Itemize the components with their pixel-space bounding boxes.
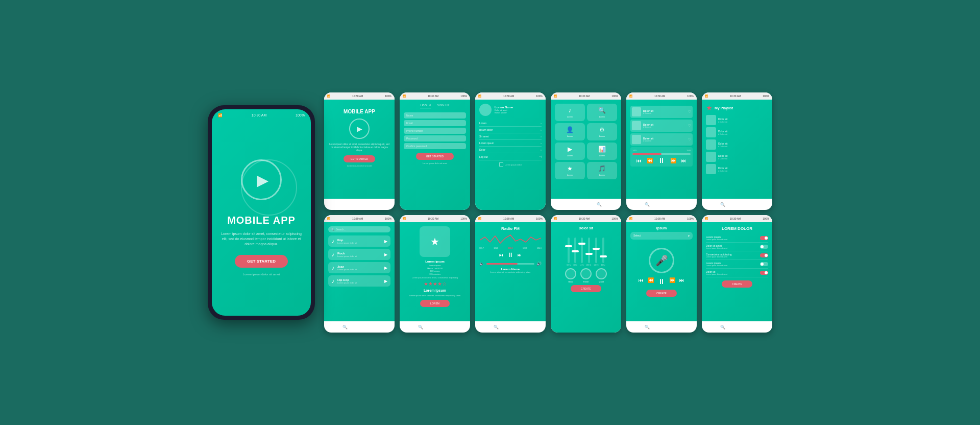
- s6-nav-home[interactable]: ⌂: [707, 202, 710, 207]
- s12-nav-music[interactable]: ♪: [736, 325, 738, 329]
- s11-rewind-btn[interactable]: ⏪: [648, 277, 654, 286]
- s9-play-pause[interactable]: ⏸: [507, 251, 513, 258]
- s7-rock[interactable]: ♪ Rock Lorem ipsum dolor sit ▶: [328, 249, 390, 260]
- s2-get-started-btn[interactable]: GET STARTED: [416, 153, 454, 160]
- s5-seek-bar[interactable]: [632, 153, 691, 155]
- s6-item-5[interactable]: Dolor sit 4 Dolor sit: [706, 164, 768, 174]
- s6-item-4[interactable]: Dolor sit 4 Dolor sit: [706, 152, 768, 162]
- s5-heart-2[interactable]: ♡: [688, 124, 691, 128]
- s7-nav-list[interactable]: ☰: [371, 325, 375, 329]
- s11-nav-music[interactable]: ♪: [660, 325, 663, 329]
- s9-nav-list[interactable]: ☰: [522, 325, 526, 329]
- s11-create-btn[interactable]: CREATE: [646, 290, 677, 297]
- s5-nav-home[interactable]: ⌂: [632, 202, 634, 207]
- s2-phone-input[interactable]: [404, 128, 466, 134]
- s5-prev-btn[interactable]: ⏮: [636, 158, 642, 163]
- s10-create-btn[interactable]: CREATE: [571, 285, 601, 292]
- s12-toggle-1[interactable]: [760, 236, 768, 240]
- s5-nav-music[interactable]: ♪: [660, 202, 663, 207]
- s9-nav-settings[interactable]: ⚙: [536, 325, 540, 329]
- s2-signup-tab[interactable]: SIGN UP: [437, 104, 450, 108]
- s2-name-input[interactable]: [404, 112, 466, 119]
- s2-confirm-input[interactable]: [404, 143, 466, 149]
- s1-play-icon[interactable]: [349, 119, 370, 139]
- s4-star[interactable]: ★ Lorem: [555, 162, 585, 179]
- s12-create-btn[interactable]: CREATE: [722, 280, 752, 288]
- s4-search[interactable]: 🔍 Lorem: [587, 104, 617, 121]
- s9-volume-track[interactable]: [486, 263, 534, 265]
- s5-rewind-btn[interactable]: ⏪: [647, 158, 653, 163]
- s7-jazz-play[interactable]: ▶: [384, 266, 387, 270]
- s7-hiphop-play[interactable]: ▶: [384, 279, 387, 284]
- s2-email-input[interactable]: [404, 120, 466, 126]
- s7-rock-play[interactable]: ▶: [384, 252, 387, 257]
- s4-music[interactable]: ♪ Lorem: [555, 104, 585, 121]
- s3-menu-1[interactable]: Lorem ›: [479, 120, 542, 127]
- s6-item-3[interactable]: Dolor sit 4 Dolor sit: [706, 139, 768, 150]
- s10-track-4[interactable]: [588, 238, 590, 263]
- s6-item-2[interactable]: Dolor sit 4 Dolor sit: [706, 127, 768, 137]
- s4-note[interactable]: 🎵 Lorem: [587, 162, 617, 179]
- s9-nav-home[interactable]: ⌂: [481, 325, 483, 329]
- s4-nav-music[interactable]: ♪: [570, 202, 572, 207]
- s6-item-1[interactable]: Dolor sit 4 Dolor sit: [706, 115, 768, 125]
- s4-nav-list[interactable]: ☰: [582, 202, 586, 207]
- s9-next[interactable]: ⏭: [518, 253, 522, 257]
- s5-pause-btn[interactable]: ⏸: [658, 156, 665, 164]
- s7-jazz[interactable]: ♪ Jazz Lorem ipsum dolor sit ▶: [328, 262, 390, 273]
- s12-toggle-5[interactable]: [760, 271, 768, 275]
- s4-user[interactable]: 👤 Lorem: [555, 123, 585, 140]
- s3-menu-5[interactable]: Dolor ›: [479, 147, 542, 153]
- s6-nav-settings[interactable]: ⚙: [763, 202, 767, 207]
- s7-search-bar[interactable]: 🔍 Search...: [328, 226, 390, 232]
- s9-nav-music[interactable]: ♪: [509, 325, 511, 329]
- s2-password-input[interactable]: [404, 135, 466, 141]
- s7-nav-settings[interactable]: ⚙: [385, 325, 389, 329]
- s3-menu-3[interactable]: Sit amet ›: [479, 133, 542, 140]
- s5-heart-3[interactable]: ♡: [688, 137, 691, 141]
- s4-chart[interactable]: 📊 Lorem: [587, 143, 617, 160]
- s11-forward-btn[interactable]: ⏩: [669, 277, 675, 286]
- s9-prev[interactable]: ⏮: [499, 253, 503, 257]
- s7-nav-music[interactable]: ♪: [358, 325, 360, 329]
- s2-login-tab[interactable]: LOG IN: [420, 104, 430, 108]
- s5-nav-search[interactable]: 🔍: [645, 202, 650, 207]
- s10-track-5[interactable]: [595, 238, 597, 263]
- s10-knob-treble-dial[interactable]: [580, 268, 592, 279]
- s10-knob-vocal-dial[interactable]: [596, 268, 607, 279]
- s5-item-3[interactable]: Dolor sit 4 Dolor sit ♡: [630, 133, 693, 146]
- s10-track-2[interactable]: [574, 238, 576, 263]
- s11-prev-btn[interactable]: ⏮: [639, 277, 644, 286]
- s6-nav-list[interactable]: ☰: [749, 202, 752, 207]
- s12-nav-list[interactable]: ☰: [749, 325, 752, 329]
- nav-music[interactable]: ♪: [358, 202, 360, 207]
- s3-menu-4[interactable]: Lorem ipsum ›: [479, 140, 542, 147]
- s3-logout[interactable]: Log out ⊣: [479, 153, 542, 160]
- nav-settings[interactable]: ⚙: [385, 202, 389, 207]
- s9-vol-up-icon[interactable]: 🔊: [536, 262, 542, 266]
- s11-mic-circle[interactable]: 🎤: [649, 248, 674, 273]
- s12-nav-search[interactable]: 🔍: [720, 325, 725, 329]
- s11-pause-btn[interactable]: ⏸: [658, 277, 665, 286]
- s9-vol-icon[interactable]: 🔈: [479, 262, 484, 266]
- s7-nav-home[interactable]: ⌂: [330, 325, 332, 329]
- s6-nav-music[interactable]: ♪: [736, 202, 738, 207]
- s12-toggle-4[interactable]: [760, 262, 768, 266]
- s10-knob-bass-dial[interactable]: [565, 268, 576, 279]
- s7-pop[interactable]: ♪ Pop Lorem ipsum dolor sit ▶: [328, 235, 390, 247]
- s4-settings[interactable]: ⚙ Lorem: [587, 123, 617, 140]
- s8-lorem-btn[interactable]: LOREM: [420, 300, 450, 307]
- s5-nav-settings[interactable]: ⚙: [688, 202, 691, 207]
- s3-menu-2[interactable]: Ipsum dolor ›: [479, 127, 542, 133]
- s1-get-started[interactable]: GET STARTED: [344, 155, 375, 162]
- s10-track-1[interactable]: [568, 238, 570, 263]
- s5-nav-list[interactable]: ☰: [673, 202, 677, 207]
- s12-nav-settings[interactable]: ⚙: [763, 325, 767, 329]
- s7-hiphop[interactable]: ♪ Hip Hop Lorem ipsum dolor sit ▶: [328, 275, 390, 287]
- s3-checkbox[interactable]: [499, 162, 503, 167]
- s8-nav-search[interactable]: 🔍: [418, 325, 423, 329]
- s11-dropdown[interactable]: Select ▾: [630, 232, 693, 240]
- s4-nav-star[interactable]: ★: [556, 202, 559, 207]
- s10-track-3[interactable]: [581, 238, 583, 263]
- s4-nav-settings[interactable]: ⚙: [612, 202, 616, 207]
